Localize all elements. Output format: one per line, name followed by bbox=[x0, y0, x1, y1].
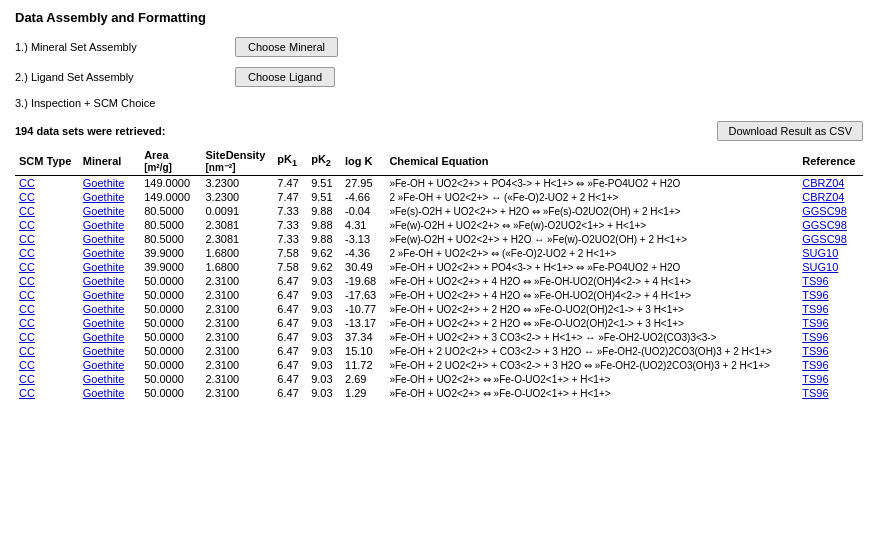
reference-link[interactable]: TS96 bbox=[802, 331, 828, 343]
inspection-section: 3.) Inspection + SCM Choice bbox=[15, 97, 863, 109]
scm-type-link[interactable]: CC bbox=[19, 289, 35, 301]
data-cell: 7.33 bbox=[273, 232, 307, 246]
reference-link[interactable]: GGSC98 bbox=[802, 233, 847, 245]
choose-ligand-button[interactable]: Choose Ligand bbox=[235, 67, 335, 87]
header-site-density: SiteDensity[nm⁻²] bbox=[201, 147, 273, 176]
header-pk1: pK1 bbox=[273, 147, 307, 176]
data-cell: 50.0000 bbox=[140, 386, 201, 400]
ligand-assembly-label: 2.) Ligand Set Assembly bbox=[15, 71, 235, 83]
header-chemical-equation: Chemical Equation bbox=[385, 147, 798, 176]
data-cell: 9.03 bbox=[307, 330, 341, 344]
data-cell: 80.5000 bbox=[140, 232, 201, 246]
mineral-link[interactable]: Goethite bbox=[83, 219, 125, 231]
scm-type-link[interactable]: CC bbox=[19, 345, 35, 357]
scm-type-link[interactable]: CC bbox=[19, 233, 35, 245]
data-cell: 7.58 bbox=[273, 260, 307, 274]
reference-link[interactable]: TS96 bbox=[802, 275, 828, 287]
inspection-label: 3.) Inspection + SCM Choice bbox=[15, 97, 155, 109]
scm-type-link[interactable]: CC bbox=[19, 387, 35, 399]
data-cell: 2.3100 bbox=[201, 358, 273, 372]
data-cell: 9.03 bbox=[307, 316, 341, 330]
scm-type-link[interactable]: CC bbox=[19, 261, 35, 273]
data-cell: 0.0091 bbox=[201, 204, 273, 218]
reference-link[interactable]: TS96 bbox=[802, 289, 828, 301]
chemical-equation-cell: »Fe-OH + 2 UO2<2+> + CO3<2-> + 3 H2O ↔ »… bbox=[385, 344, 798, 358]
data-cell: 39.9000 bbox=[140, 260, 201, 274]
mineral-link[interactable]: Goethite bbox=[83, 191, 125, 203]
mineral-link[interactable]: Goethite bbox=[83, 233, 125, 245]
reference-link[interactable]: GGSC98 bbox=[802, 205, 847, 217]
scm-type-link[interactable]: CC bbox=[19, 247, 35, 259]
mineral-link[interactable]: Goethite bbox=[83, 247, 125, 259]
scm-type-link[interactable]: CC bbox=[19, 317, 35, 329]
chemical-equation-cell: »Fe-OH + UO2<2+> ⇔ »Fe-O-UO2<1+> + H<1+> bbox=[385, 386, 798, 400]
scm-type-link[interactable]: CC bbox=[19, 331, 35, 343]
mineral-link[interactable]: Goethite bbox=[83, 275, 125, 287]
reference-link[interactable]: TS96 bbox=[802, 345, 828, 357]
scm-type-link[interactable]: CC bbox=[19, 177, 35, 189]
data-cell: -4.66 bbox=[341, 190, 385, 204]
header-mineral: Mineral bbox=[79, 147, 140, 176]
mineral-link[interactable]: Goethite bbox=[83, 317, 125, 329]
chemical-equation-cell: »Fe(w)-O2H + UO2<2+> ⇔ »Fe(w)-O2UO2<1+> … bbox=[385, 218, 798, 232]
data-cell: 15.10 bbox=[341, 344, 385, 358]
download-button[interactable]: Download Result as CSV bbox=[717, 121, 863, 141]
data-cell: -17.63 bbox=[341, 288, 385, 302]
reference-link[interactable]: GGSC98 bbox=[802, 219, 847, 231]
reference-link[interactable]: TS96 bbox=[802, 359, 828, 371]
reference-link[interactable]: CBRZ04 bbox=[802, 191, 844, 203]
scm-type-link[interactable]: CC bbox=[19, 191, 35, 203]
data-cell: 50.0000 bbox=[140, 330, 201, 344]
choose-mineral-button[interactable]: Choose Mineral bbox=[235, 37, 338, 57]
table-row: CCGoethite50.00002.31006.479.0315.10»Fe-… bbox=[15, 344, 863, 358]
reference-link[interactable]: SUG10 bbox=[802, 247, 838, 259]
data-cell: -13.17 bbox=[341, 316, 385, 330]
mineral-link[interactable]: Goethite bbox=[83, 359, 125, 371]
reference-link[interactable]: CBRZ04 bbox=[802, 177, 844, 189]
mineral-link[interactable]: Goethite bbox=[83, 303, 125, 315]
mineral-link[interactable]: Goethite bbox=[83, 289, 125, 301]
mineral-link[interactable]: Goethite bbox=[83, 387, 125, 399]
mineral-link[interactable]: Goethite bbox=[83, 205, 125, 217]
reference-link[interactable]: TS96 bbox=[802, 387, 828, 399]
scm-type-link[interactable]: CC bbox=[19, 219, 35, 231]
chemical-equation-cell: »Fe-OH + UO2<2+> + 2 H2O ⇔ »Fe-O-UO2(OH)… bbox=[385, 302, 798, 316]
data-cell: 50.0000 bbox=[140, 274, 201, 288]
data-cell: 6.47 bbox=[273, 274, 307, 288]
reference-link[interactable]: SUG10 bbox=[802, 261, 838, 273]
chemical-equation-cell: »Fe-OH + 2 UO2<2+> + CO3<2-> + 3 H2O ⇔ »… bbox=[385, 358, 798, 372]
data-cell: -10.77 bbox=[341, 302, 385, 316]
mineral-link[interactable]: Goethite bbox=[83, 331, 125, 343]
mineral-link[interactable]: Goethite bbox=[83, 261, 125, 273]
data-cell: 9.03 bbox=[307, 344, 341, 358]
reference-link[interactable]: TS96 bbox=[802, 303, 828, 315]
data-cell: 149.0000 bbox=[140, 176, 201, 191]
mineral-link[interactable]: Goethite bbox=[83, 177, 125, 189]
table-row: CCGoethite80.50002.30817.339.884.31»Fe(w… bbox=[15, 218, 863, 232]
data-cell: 9.51 bbox=[307, 176, 341, 191]
data-cell: 50.0000 bbox=[140, 302, 201, 316]
reference-link[interactable]: TS96 bbox=[802, 373, 828, 385]
chemical-equation-cell: »Fe-OH + UO2<2+> + PO4<3-> + H<1+> ⇔ »Fe… bbox=[385, 176, 798, 191]
scm-type-link[interactable]: CC bbox=[19, 359, 35, 371]
data-cell: 9.03 bbox=[307, 386, 341, 400]
results-count: 194 data sets were retrieved: bbox=[15, 125, 165, 137]
table-row: CCGoethite50.00002.31006.479.031.29»Fe-O… bbox=[15, 386, 863, 400]
reference-link[interactable]: TS96 bbox=[802, 317, 828, 329]
data-cell: 9.88 bbox=[307, 218, 341, 232]
table-row: CCGoethite50.00002.31006.479.03-10.77»Fe… bbox=[15, 302, 863, 316]
mineral-link[interactable]: Goethite bbox=[83, 345, 125, 357]
mineral-link[interactable]: Goethite bbox=[83, 373, 125, 385]
data-cell: 9.03 bbox=[307, 372, 341, 386]
scm-type-link[interactable]: CC bbox=[19, 373, 35, 385]
scm-type-link[interactable]: CC bbox=[19, 205, 35, 217]
header-pk2: pK2 bbox=[307, 147, 341, 176]
scm-type-link[interactable]: CC bbox=[19, 303, 35, 315]
data-cell: 6.47 bbox=[273, 386, 307, 400]
data-cell: 6.47 bbox=[273, 372, 307, 386]
chemical-equation-cell: 2 »Fe-OH + UO2<2+> ⇔ («Fe-O)2-UO2 + 2 H<… bbox=[385, 246, 798, 260]
data-cell: 11.72 bbox=[341, 358, 385, 372]
table-row: CCGoethite149.00003.23007.479.51-4.662 »… bbox=[15, 190, 863, 204]
scm-type-link[interactable]: CC bbox=[19, 275, 35, 287]
chemical-equation-cell: »Fe(w)-O2H + UO2<2+> + H2O ↔ »Fe(w)-O2UO… bbox=[385, 232, 798, 246]
